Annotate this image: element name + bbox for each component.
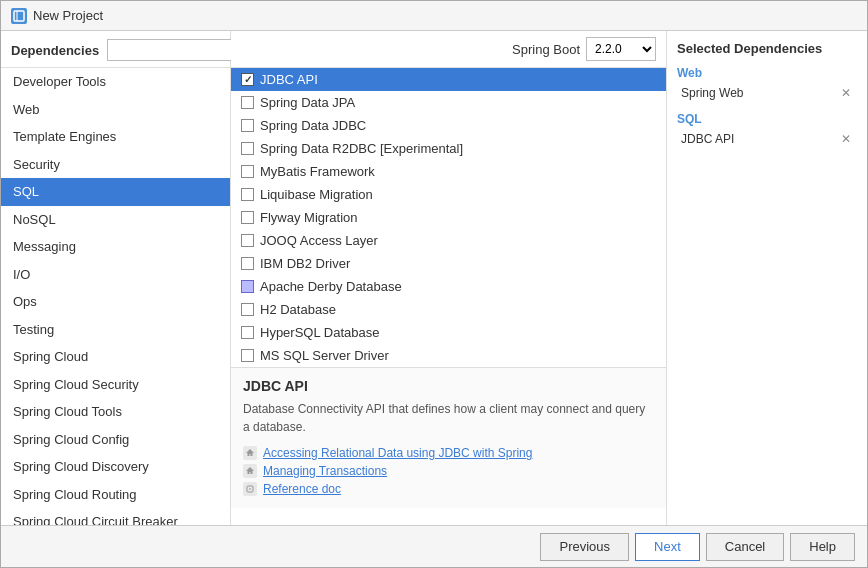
new-project-window: New Project Dependencies Developer Tools… [0,0,868,568]
category-item-io[interactable]: I/O [1,261,230,289]
dep-checkbox-hypersql[interactable] [241,326,254,339]
category-item-template-engines[interactable]: Template Engines [1,123,230,151]
category-item-spring-cloud-security[interactable]: Spring Cloud Security [1,371,230,399]
selected-dep-item: JDBC API✕ [677,130,857,148]
remove-dep-button[interactable]: ✕ [839,87,853,99]
dep-item-flyway[interactable]: Flyway Migration [231,206,666,229]
category-item-spring-cloud[interactable]: Spring Cloud [1,343,230,371]
next-button[interactable]: Next [635,533,700,561]
ref-icon [243,482,257,496]
dependency-list: JDBC APISpring Data JPASpring Data JDBCS… [231,68,666,368]
detail-panel: JDBC API Database Connectivity API that … [231,368,666,508]
detail-link-text-1: Managing Transactions [263,464,387,478]
dep-checkbox-spring-data-jpa[interactable] [241,96,254,109]
dep-label-jooq: JOOQ Access Layer [260,233,378,248]
dep-checkbox-apache-derby[interactable] [241,280,254,293]
main-content: Dependencies Developer ToolsWebTemplate … [1,31,867,525]
dep-item-mybatis[interactable]: MyBatis Framework [231,160,666,183]
dep-item-liquibase[interactable]: Liquibase Migration [231,183,666,206]
previous-button[interactable]: Previous [540,533,629,561]
selected-group-label-web: Web [677,66,857,80]
dep-item-ibm-db2[interactable]: IBM DB2 Driver [231,252,666,275]
selected-groups: WebSpring Web✕SQLJDBC API✕ [677,66,857,158]
dep-label-spring-data-jdbc: Spring Data JDBC [260,118,366,133]
dep-label-flyway: Flyway Migration [260,210,358,225]
dep-label-h2: H2 Database [260,302,336,317]
dep-checkbox-spring-data-r2dbc[interactable] [241,142,254,155]
selected-deps-title: Selected Dependencies [677,41,857,56]
category-item-spring-cloud-circuit-breaker[interactable]: Spring Cloud Circuit Breaker [1,508,230,525]
dep-item-ms-sql[interactable]: MS SQL Server Driver [231,344,666,367]
category-list: Developer ToolsWebTemplate EnginesSecuri… [1,68,230,525]
detail-link-text-2: Reference doc [263,482,341,496]
dep-item-jdbc-api[interactable]: JDBC API [231,68,666,91]
dep-label-hypersql: HyperSQL Database [260,325,379,340]
dep-checkbox-liquibase[interactable] [241,188,254,201]
dep-label-spring-data-r2dbc: Spring Data R2DBC [Experimental] [260,141,463,156]
dep-item-hypersql[interactable]: HyperSQL Database [231,321,666,344]
detail-link-0[interactable]: Accessing Relational Data using JDBC wit… [243,446,654,460]
dep-label-apache-derby: Apache Derby Database [260,279,402,294]
category-item-ops[interactable]: Ops [1,288,230,316]
dep-checkbox-mybatis[interactable] [241,165,254,178]
spring-boot-bar: Spring Boot 2.2.02.1.92.3.0 [231,31,666,68]
detail-title: JDBC API [243,378,654,394]
selected-dep-item: Spring Web✕ [677,84,857,102]
selected-dep-name: Spring Web [681,86,743,100]
dep-checkbox-jooq[interactable] [241,234,254,247]
dep-label-mybatis: MyBatis Framework [260,164,375,179]
dep-label-jdbc-api: JDBC API [260,72,318,87]
dep-label-ms-sql: MS SQL Server Driver [260,348,389,363]
selected-group-sql: SQLJDBC API✕ [677,112,857,148]
detail-link-2[interactable]: Reference doc [243,482,654,496]
category-item-messaging[interactable]: Messaging [1,233,230,261]
selected-dep-name: JDBC API [681,132,734,146]
category-item-spring-cloud-discovery[interactable]: Spring Cloud Discovery [1,453,230,481]
window-icon [11,8,27,24]
svg-rect-0 [14,11,24,21]
selected-group-label-sql: SQL [677,112,857,126]
cancel-button[interactable]: Cancel [706,533,784,561]
title-bar: New Project [1,1,867,31]
category-item-sql[interactable]: SQL [1,178,230,206]
category-item-spring-cloud-routing[interactable]: Spring Cloud Routing [1,481,230,509]
deps-label: Dependencies [11,43,99,58]
middle-panel: Spring Boot 2.2.02.1.92.3.0 JDBC APISpri… [231,31,667,525]
dep-label-liquibase: Liquibase Migration [260,187,373,202]
category-item-nosql[interactable]: NoSQL [1,206,230,234]
dep-item-h2[interactable]: H2 Database [231,298,666,321]
category-item-spring-cloud-config[interactable]: Spring Cloud Config [1,426,230,454]
dep-checkbox-spring-data-jdbc[interactable] [241,119,254,132]
home-icon [243,464,257,478]
remove-dep-button[interactable]: ✕ [839,133,853,145]
dep-item-spring-data-jpa[interactable]: Spring Data JPA [231,91,666,114]
category-item-developer-tools[interactable]: Developer Tools [1,68,230,96]
detail-link-1[interactable]: Managing Transactions [243,464,654,478]
dep-item-jooq[interactable]: JOOQ Access Layer [231,229,666,252]
category-item-testing[interactable]: Testing [1,316,230,344]
category-item-spring-cloud-tools[interactable]: Spring Cloud Tools [1,398,230,426]
dep-checkbox-ibm-db2[interactable] [241,257,254,270]
selected-group-web: WebSpring Web✕ [677,66,857,102]
dep-checkbox-flyway[interactable] [241,211,254,224]
help-button[interactable]: Help [790,533,855,561]
detail-links: Accessing Relational Data using JDBC wit… [243,446,654,496]
dep-checkbox-h2[interactable] [241,303,254,316]
dep-checkbox-ms-sql[interactable] [241,349,254,362]
dep-item-spring-data-r2dbc[interactable]: Spring Data R2DBC [Experimental] [231,137,666,160]
spring-boot-select[interactable]: 2.2.02.1.92.3.0 [586,37,656,61]
dep-item-apache-derby[interactable]: Apache Derby Database [231,275,666,298]
dep-label-spring-data-jpa: Spring Data JPA [260,95,355,110]
dep-label-ibm-db2: IBM DB2 Driver [260,256,350,271]
detail-link-text-0: Accessing Relational Data using JDBC wit… [263,446,532,460]
category-item-web[interactable]: Web [1,96,230,124]
dep-checkbox-jdbc-api[interactable] [241,73,254,86]
left-panel: Dependencies Developer ToolsWebTemplate … [1,31,231,525]
spring-boot-label: Spring Boot [512,42,580,57]
detail-desc: Database Connectivity API that defines h… [243,400,654,436]
footer: Previous Next Cancel Help [1,525,867,567]
window-title: New Project [33,8,103,23]
deps-header: Dependencies [1,31,230,68]
category-item-security[interactable]: Security [1,151,230,179]
dep-item-spring-data-jdbc[interactable]: Spring Data JDBC [231,114,666,137]
